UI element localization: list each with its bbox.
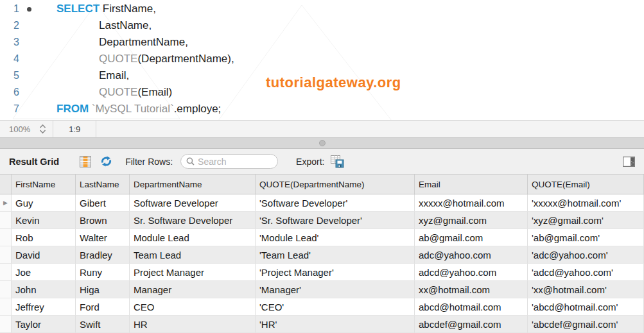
code-text: QUOTE(DepartmentName), <box>39 53 234 65</box>
table-cell[interactable]: abcd@hotmail.com <box>415 298 528 316</box>
code-text: QUOTE(Email) <box>39 86 172 99</box>
table-cell[interactable]: HR <box>130 316 256 333</box>
code-line[interactable]: 4QUOTE(DepartmentName), <box>0 51 644 67</box>
table-row[interactable]: JeffreyFordCEO'CEO'abcd@hotmail.com'abcd… <box>0 298 644 316</box>
table-cell[interactable]: abcdef@gmail.com <box>415 316 528 333</box>
splitter-drag-handle[interactable] <box>319 140 326 146</box>
table-cell[interactable]: 'Manager' <box>256 281 415 298</box>
table-cell[interactable]: 'Sr. Software Developer' <box>256 212 415 229</box>
row-gutter[interactable] <box>0 281 12 298</box>
grid-body: ▶GuyGibertSoftware Developer'Software De… <box>0 194 644 333</box>
table-cell[interactable]: Runy <box>76 264 130 281</box>
table-cell[interactable]: adcd@yahoo.com <box>415 264 528 281</box>
zoom-stepper-icon[interactable] <box>39 124 46 134</box>
filter-rows-label: Filter Rows: <box>125 157 173 167</box>
column-header[interactable]: LastName <box>76 175 130 194</box>
line-number: 1 <box>0 3 19 15</box>
table-cell[interactable]: Rob <box>12 229 76 246</box>
table-cell[interactable]: Guy <box>12 194 76 212</box>
table-cell[interactable]: Jeffrey <box>12 298 76 316</box>
row-gutter[interactable] <box>0 212 12 229</box>
table-cell[interactable]: Gibert <box>76 194 130 212</box>
row-gutter[interactable] <box>0 316 12 333</box>
cursor-position: 1:9 <box>53 121 96 137</box>
table-cell[interactable]: John <box>12 281 76 298</box>
code-line[interactable]: 7FROM `MySQL Tutorial`.employe; <box>0 101 644 117</box>
table-cell[interactable]: David <box>12 246 76 264</box>
table-cell[interactable]: xx@hotmail.com <box>415 281 528 298</box>
table-cell[interactable]: 'xyz@gmail.com' <box>528 212 644 229</box>
grid-view-icon[interactable] <box>80 156 91 167</box>
table-cell[interactable]: Bradley <box>76 246 130 264</box>
table-cell[interactable]: xyz@gmail.com <box>415 212 528 229</box>
search-icon <box>186 157 195 166</box>
table-cell[interactable]: Joe <box>12 264 76 281</box>
table-cell[interactable]: 'Module Lead' <box>256 229 415 246</box>
table-cell[interactable]: Team Lead <box>130 246 256 264</box>
zoom-control[interactable]: 100% <box>0 121 53 137</box>
table-row[interactable]: JoeRunyProject Manager'Project Manager'a… <box>0 264 644 281</box>
row-gutter[interactable] <box>0 298 12 316</box>
table-cell[interactable]: 'adc@yahoo.com' <box>528 246 644 264</box>
table-cell[interactable]: Swift <box>76 316 130 333</box>
table-cell[interactable]: Taylor <box>12 316 76 333</box>
table-cell[interactable]: Sr. Software Developer <box>130 212 256 229</box>
table-cell[interactable]: 'xxxxx@hotmail.com' <box>528 194 644 212</box>
table-cell[interactable]: Ford <box>76 298 130 316</box>
table-cell[interactable]: 'HR' <box>256 316 415 333</box>
table-cell[interactable]: 'xx@hotmail.com' <box>528 281 644 298</box>
export-recordset-icon[interactable] <box>331 155 345 168</box>
code-text: LastName, <box>39 19 152 32</box>
table-cell[interactable]: 'Project Manager' <box>256 264 415 281</box>
table-cell[interactable]: Software Developer <box>130 194 256 212</box>
table-cell[interactable]: Manager <box>130 281 256 298</box>
table-cell[interactable]: Module Lead <box>130 229 256 246</box>
table-cell[interactable]: 'abcdef@gmail.com' <box>528 316 644 333</box>
table-cell[interactable]: Brown <box>76 212 130 229</box>
table-cell[interactable]: 'Team Lead' <box>256 246 415 264</box>
table-cell[interactable]: 'abcd@hotmail.com' <box>528 298 644 316</box>
code-line[interactable]: 2LastName, <box>0 17 644 34</box>
pane-splitter[interactable] <box>0 138 644 149</box>
row-gutter[interactable]: ▶ <box>0 194 12 212</box>
column-header[interactable]: DepartmentName <box>130 175 256 194</box>
table-row[interactable]: RobWalterModule Lead'Module Lead'ab@gmai… <box>0 229 644 246</box>
table-cell[interactable]: xxxxx@hotmail.com <box>415 194 528 212</box>
search-input[interactable] <box>198 157 268 167</box>
table-cell[interactable]: adc@yahoo.com <box>415 246 528 264</box>
column-header[interactable]: FirstName <box>12 175 76 194</box>
column-header[interactable]: Email <box>415 175 528 194</box>
table-cell[interactable]: 'CEO' <box>256 298 415 316</box>
filter-search-box[interactable] <box>180 154 278 169</box>
line-number: 7 <box>0 103 19 115</box>
table-row[interactable]: TaylorSwiftHR'HR'abcdef@gmail.com'abcdef… <box>0 316 644 333</box>
table-cell[interactable]: Kevin <box>12 212 76 229</box>
table-row[interactable]: ▶GuyGibertSoftware Developer'Software De… <box>0 194 644 212</box>
table-row[interactable]: DavidBradleyTeam Lead'Team Lead'adc@yaho… <box>0 246 644 264</box>
table-cell[interactable]: Higa <box>76 281 130 298</box>
table-cell[interactable]: ab@gmail.com <box>415 229 528 246</box>
column-header[interactable]: QUOTE(Email) <box>528 175 644 194</box>
table-cell[interactable]: 'adcd@yahoo.com' <box>528 264 644 281</box>
code-line[interactable]: 3DepartmentName, <box>0 34 644 51</box>
column-header[interactable]: QUOTE(DepartmentName) <box>256 175 415 194</box>
export-label: Export: <box>296 157 324 167</box>
code-text: DepartmentName, <box>39 36 188 49</box>
table-cell[interactable]: Project Manager <box>130 264 256 281</box>
table-cell[interactable]: CEO <box>130 298 256 316</box>
refresh-icon[interactable] <box>100 156 112 167</box>
table-row[interactable]: JohnHigaManager'Manager'xx@hotmail.com'x… <box>0 281 644 298</box>
row-gutter[interactable] <box>0 246 12 264</box>
table-row[interactable]: KevinBrownSr. Software Developer'Sr. Sof… <box>0 212 644 229</box>
code-line[interactable]: 1SELECT FirstName, <box>0 1 644 17</box>
grid-header-row: FirstNameLastNameDepartmentNameQUOTE(Dep… <box>0 175 644 194</box>
code-text: Email, <box>39 69 129 82</box>
table-cell[interactable]: 'ab@gmail.com' <box>528 229 644 246</box>
table-cell[interactable]: 'Software Developer' <box>256 194 415 212</box>
code-text: SELECT FirstName, <box>39 3 156 15</box>
sql-editor[interactable]: 1SELECT FirstName,2LastName,3DepartmentN… <box>0 0 644 121</box>
row-gutter[interactable] <box>0 264 12 281</box>
side-panel-toggle-icon[interactable] <box>623 157 635 167</box>
table-cell[interactable]: Walter <box>76 229 130 246</box>
row-gutter[interactable] <box>0 229 12 246</box>
